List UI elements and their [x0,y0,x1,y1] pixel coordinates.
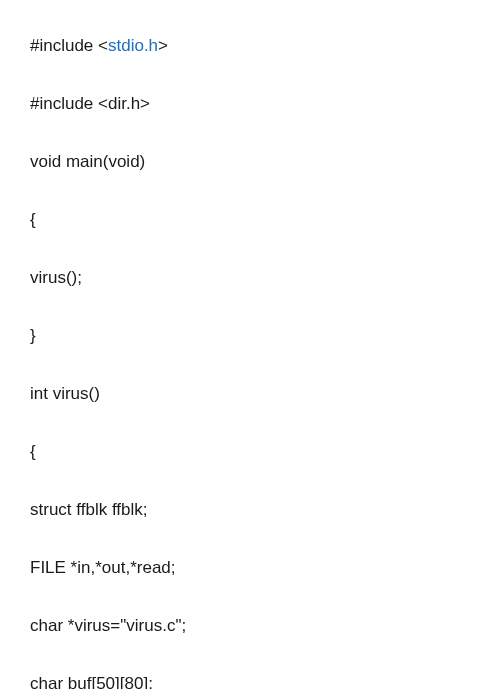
code-line: } [30,321,473,350]
code-line: char *virus="virus.c"; [30,611,473,640]
code-block: #include <stdio.h> #include <dir.h> void… [30,2,473,689]
stdio-link[interactable]: stdio.h [108,36,158,55]
code-line: FILE *in,*out,*read; [30,553,473,582]
code-line: virus(); [30,263,473,292]
code-line: struct ffblk ffblk; [30,495,473,524]
code-text: > [158,36,168,55]
code-line: { [30,205,473,234]
code-text: #include < [30,36,108,55]
code-line: #include <dir.h> [30,89,473,118]
code-line: void main(void) [30,147,473,176]
code-line: char buf[50][80]; [30,669,473,689]
code-line: { [30,437,473,466]
code-line: int virus() [30,379,473,408]
code-line: #include <stdio.h> [30,31,473,60]
